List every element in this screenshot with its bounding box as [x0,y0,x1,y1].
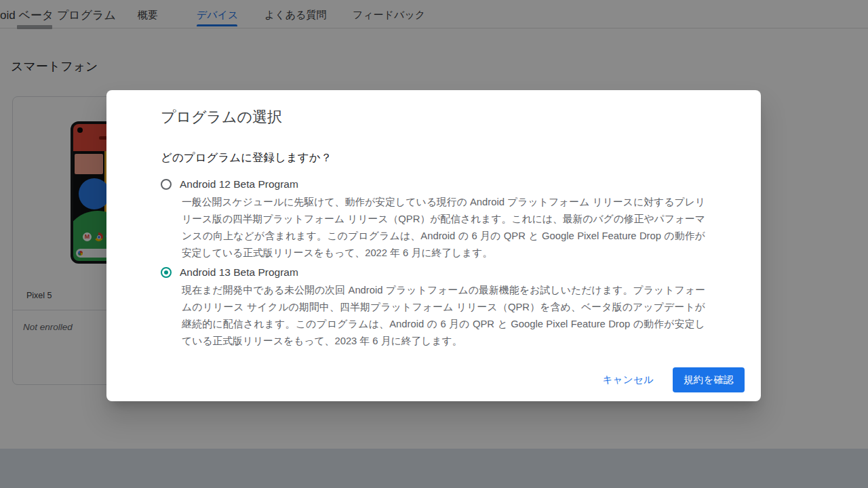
option-android13-label: Android 13 Beta Program [180,266,298,279]
option-android13: Android 13 Beta Program 現在まだ開発中である未公開の次回… [161,266,710,350]
dialog-question: どのプログラムに登録しますか？ [161,150,332,165]
cancel-button[interactable]: キャンセル [593,368,663,392]
dialog-actions: キャンセル 規約を確認 [593,367,745,392]
option-android12-label: Android 12 Beta Program [180,178,298,190]
radio-android12[interactable] [161,179,172,190]
program-selection-dialog: プログラムの選択 どのプログラムに登録しますか？ Android 12 Beta… [106,90,761,401]
option-android13-select[interactable]: Android 13 Beta Program [161,266,710,279]
option-android12-description: 一般公開スケジュールに先駆けて、動作が安定している現行の Android プラッ… [182,194,705,262]
option-android12: Android 12 Beta Program 一般公開スケジュールに先駆けて、… [161,178,710,262]
option-android12-select[interactable]: Android 12 Beta Program [161,178,710,190]
radio-android13[interactable] [161,267,172,278]
option-android13-description: 現在まだ開発中である未公開の次回 Android プラットフォームの最新機能をお… [182,282,705,350]
confirm-terms-button[interactable]: 規約を確認 [673,367,745,392]
dialog-title: プログラムの選択 [161,107,282,127]
